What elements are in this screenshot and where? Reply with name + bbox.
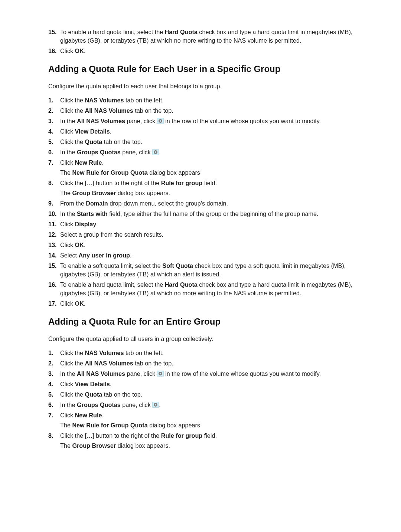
- step-number: 5.: [48, 390, 59, 399]
- list-item: 14.Select Any user in group.: [48, 251, 353, 260]
- list-item: 2.Click the All NAS Volumes tab on the t…: [48, 359, 353, 368]
- list-item: 3.In the All NAS Volumes pane, click in …: [48, 117, 353, 125]
- bold-term: Quota: [85, 391, 102, 398]
- step-body: Click New Rule.: [60, 158, 353, 167]
- step-number: 14.: [48, 251, 59, 260]
- step-number: 15.: [48, 262, 59, 270]
- step-number: 15.: [48, 28, 59, 36]
- step-result: The Group Browser dialog box appears.: [60, 189, 353, 197]
- bold-term: NAS Volumes: [85, 97, 124, 104]
- bold-term: All NAS Volumes: [77, 118, 125, 124]
- bold-term: OK: [75, 47, 84, 54]
- step-body: Click the All NAS Volumes tab on the top…: [60, 359, 353, 368]
- step-number: 6.: [48, 148, 59, 157]
- bold-term: Group Browser: [72, 442, 116, 449]
- step-body: In the All NAS Volumes pane, click in th…: [60, 117, 353, 125]
- step-body: Click New Rule.: [60, 411, 353, 420]
- list-item: 13.Click OK.: [48, 241, 353, 249]
- list-item: 16.To enable a hard quota limit, select …: [48, 280, 353, 298]
- step-number: 9.: [48, 199, 59, 208]
- list-item: 12.Select a group from the search result…: [48, 230, 353, 239]
- gear-icon: [157, 371, 164, 377]
- section2-heading: Adding a Quota Rule for an Entire Group: [48, 315, 353, 328]
- step-number: 13.: [48, 241, 59, 249]
- list-item: 8.Click the […] button to the right of t…: [48, 431, 353, 450]
- bold-term: Domain: [86, 200, 108, 207]
- bold-term: View Details: [75, 128, 110, 135]
- section2-steps: 1.Click the NAS Volumes tab on the left.…: [48, 349, 353, 450]
- step-body: Click the […] button to the right of the…: [60, 431, 353, 440]
- step-body: Select Any user in group.: [60, 251, 353, 260]
- list-item: 9.From the Domain drop‑down menu, select…: [48, 199, 353, 208]
- step-number: 16.: [48, 280, 59, 289]
- step-body: Click the All NAS Volumes tab on the top…: [60, 106, 353, 115]
- step-body: Click Display.: [60, 220, 353, 229]
- bold-term: All NAS Volumes: [85, 107, 133, 114]
- step-result: The New Rule for Group Quota dialog box …: [60, 168, 353, 177]
- step-number: 8.: [48, 179, 59, 187]
- prior-section-steps-continuation: 15.To enable a hard quota limit, select …: [48, 28, 353, 55]
- section1-intro: Configure the quota applied to each user…: [48, 82, 353, 91]
- step-body: Select a group from the search results.: [60, 230, 353, 239]
- list-item: 4.Click View Details.: [48, 380, 353, 388]
- step-body: To enable a soft quota limit, select the…: [60, 262, 353, 279]
- step-number: 6.: [48, 401, 59, 409]
- bold-term: Rule for group: [161, 180, 203, 186]
- step-body: Click the Quota tab on the top.: [60, 390, 353, 399]
- step-number: 3.: [48, 370, 59, 378]
- list-item: 4.Click View Details.: [48, 127, 353, 136]
- step-number: 2.: [48, 359, 59, 368]
- bold-term: Rule for group: [161, 432, 203, 439]
- step-body: Click the NAS Volumes tab on the left.: [60, 349, 353, 357]
- section2-intro: Configure the quota applied to all users…: [48, 335, 353, 343]
- bold-term: Hard Quota: [165, 29, 198, 35]
- step-number: 1.: [48, 349, 59, 357]
- bold-term: Group Browser: [72, 190, 116, 196]
- list-item: 15.To enable a soft quota limit, select …: [48, 262, 353, 279]
- step-number: 8.: [48, 431, 59, 440]
- bold-term: Groups Quotas: [77, 401, 121, 408]
- step-body: In the Groups Quotas pane, click .: [60, 148, 353, 157]
- section1-steps: 1.Click the NAS Volumes tab on the left.…: [48, 96, 353, 308]
- bold-term: NAS Volumes: [85, 349, 124, 356]
- bold-term: Groups Quotas: [77, 149, 121, 155]
- step-number: 17.: [48, 299, 59, 308]
- list-item: 1.Click the NAS Volumes tab on the left.: [48, 349, 353, 357]
- step-body: In the Groups Quotas pane, click .: [60, 401, 353, 409]
- step-number: 4.: [48, 127, 59, 136]
- section1-heading: Adding a Quota Rule for Each User in a S…: [48, 63, 353, 75]
- gear-icon: [152, 402, 159, 408]
- step-number: 2.: [48, 106, 59, 115]
- step-number: 7.: [48, 158, 59, 167]
- bold-term: New Rule for Group Quota: [72, 169, 147, 176]
- step-body: Click View Details.: [60, 127, 353, 136]
- list-item: 7.Click New Rule.The New Rule for Group …: [48, 411, 353, 430]
- list-item: 11.Click Display.: [48, 220, 353, 229]
- list-item: 5.Click the Quota tab on the top.: [48, 390, 353, 399]
- list-item: 8.Click the […] button to the right of t…: [48, 179, 353, 197]
- bold-term: Display: [75, 221, 97, 227]
- step-body: In the All NAS Volumes pane, click in th…: [60, 370, 353, 378]
- list-item: 5.Click the Quota tab on the top.: [48, 138, 353, 146]
- bold-term: View Details: [75, 381, 110, 387]
- step-number: 12.: [48, 230, 59, 239]
- list-item: 1.Click the NAS Volumes tab on the left.: [48, 96, 353, 105]
- bold-term: Hard Quota: [165, 281, 198, 288]
- list-item: 6.In the Groups Quotas pane, click .: [48, 401, 353, 409]
- bold-term: New Rule: [75, 412, 102, 418]
- list-item: 3.In the All NAS Volumes pane, click in …: [48, 370, 353, 378]
- step-body: Click OK.: [60, 47, 353, 55]
- step-body: Click the NAS Volumes tab on the left.: [60, 96, 353, 105]
- step-number: 11.: [48, 220, 59, 229]
- list-item: 2.Click the All NAS Volumes tab on the t…: [48, 106, 353, 115]
- bold-term: Any user in group: [79, 252, 130, 259]
- step-body: Click OK.: [60, 241, 353, 249]
- step-result: The New Rule for Group Quota dialog box …: [60, 421, 353, 430]
- bold-term: Soft Quota: [162, 262, 193, 269]
- step-body: Click the Quota tab on the top.: [60, 138, 353, 146]
- bold-term: Quota: [85, 138, 102, 145]
- step-number: 7.: [48, 411, 59, 420]
- gear-icon: [152, 149, 159, 155]
- step-number: 3.: [48, 117, 59, 125]
- list-item: 7.Click New Rule.The New Rule for Group …: [48, 158, 353, 177]
